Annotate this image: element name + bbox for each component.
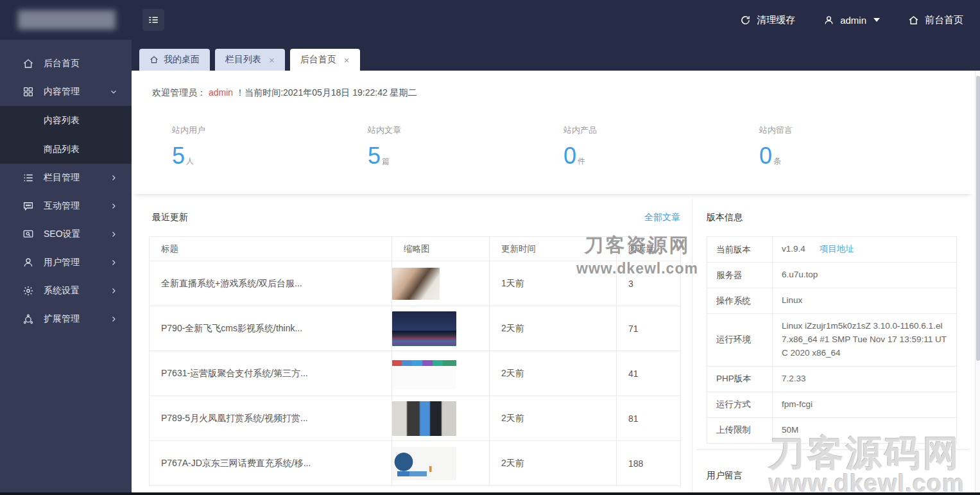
- tab-backend-home[interactable]: 后台首页 ×: [290, 49, 360, 71]
- gear-icon: [22, 285, 34, 297]
- article-title[interactable]: P7631-运营版聚合支付系统/第三方...: [150, 351, 392, 396]
- stats-card: 欢迎管理员：admin！当前时间:2021年05月18日 19:22:42 星期…: [132, 71, 975, 194]
- table-header-row: 标题 缩略图 更新时间 阅读量: [150, 237, 681, 261]
- update-time: 2天前: [490, 306, 617, 351]
- sidebar-item-settings[interactable]: 系统设置: [0, 277, 132, 305]
- table-row[interactable]: 全新直播系统+游戏系统/双后台服... 1天前 3: [150, 261, 681, 306]
- front-home-link[interactable]: 前台首页: [908, 14, 963, 26]
- column-header-views: 阅读量: [617, 237, 681, 261]
- list-icon: [22, 172, 34, 184]
- version-value: 7.2.33: [773, 366, 957, 392]
- table-row[interactable]: P7631-运营版聚合支付系统/第三方... 2天前 41: [150, 351, 681, 396]
- tabbar: 我的桌面 栏目列表 × 后台首页 ×: [132, 40, 980, 71]
- close-icon[interactable]: ×: [269, 55, 275, 65]
- chevron-right-icon: [110, 315, 117, 323]
- user-menu[interactable]: admin: [823, 15, 880, 26]
- clear-cache-button[interactable]: 清理缓存: [740, 14, 795, 26]
- sidebar-subitem-label: 内容列表: [44, 115, 80, 126]
- tab-my-desktop[interactable]: 我的桌面: [139, 49, 210, 71]
- sidebar: 后台首页 内容管理 内容列表 商品列表 栏目管理: [0, 40, 132, 492]
- version-value: Linux iZzujr1m5k0z1sZ 3.10.0-1160.6.1.el…: [773, 314, 957, 367]
- version-label: 服务器: [707, 263, 773, 288]
- stat-value: 5: [368, 143, 381, 169]
- column-header-time: 更新时间: [490, 237, 617, 261]
- welcome-datetime: ！当前时间:2021年05月18日 19:22:42 星期二: [236, 87, 417, 98]
- sidebar-item-label: 内容管理: [44, 86, 80, 98]
- sidebar-item-users[interactable]: 用户管理: [0, 248, 132, 277]
- version-label: 上传限制: [707, 417, 773, 443]
- column-header-title: 标题: [150, 237, 392, 261]
- version-value: fpm-fcgi: [773, 392, 957, 417]
- version-value: 50M: [773, 417, 957, 443]
- welcome-message: 欢迎管理员：admin！当前时间:2021年05月18日 19:22:42 星期…: [152, 87, 417, 99]
- sidebar-item-dashboard[interactable]: 后台首页: [0, 49, 132, 78]
- sidebar-submenu-content: 内容列表 商品列表: [0, 106, 132, 164]
- stat-value: 0: [563, 143, 576, 169]
- tab-label: 后台首页: [300, 54, 336, 65]
- stat-unit: 篇: [382, 157, 390, 166]
- sidebar-subitem-content-list[interactable]: 内容列表: [0, 106, 132, 135]
- tab-label: 栏目列表: [225, 54, 261, 65]
- project-address-link[interactable]: 项目地址: [820, 244, 854, 254]
- person-icon: [22, 257, 34, 268]
- version-info-title: 版本信息: [707, 212, 743, 223]
- stat-label: 站内产品: [563, 125, 743, 136]
- stat-label: 站内留言: [759, 125, 939, 136]
- stat-site-users: 站内用户 5人: [172, 125, 352, 169]
- version-label: 操作系统: [707, 288, 773, 314]
- sidebar-item-label: 用户管理: [44, 257, 80, 268]
- version-label: PHP版本: [707, 366, 773, 392]
- chevron-right-icon: [110, 230, 117, 238]
- update-time: 2天前: [490, 441, 617, 486]
- chevron-right-icon: [110, 174, 117, 182]
- update-time: 1天前: [490, 261, 617, 306]
- sidebar-item-seo[interactable]: SEO设置: [0, 220, 132, 248]
- sidebar-item-label: 后台首页: [44, 58, 80, 69]
- sidebar-subitem-product-list[interactable]: 商品列表: [0, 135, 132, 164]
- version-row: 上传限制 50M: [707, 417, 957, 443]
- menu-toggle-button[interactable]: [142, 9, 164, 31]
- version-info-table: 当前版本 v1.9.4项目地址 服务器 6.u7u.top 操作系统 Linux…: [707, 236, 957, 444]
- stat-unit: 人: [186, 157, 194, 166]
- thumbnail-image: [392, 401, 456, 436]
- tab-column-list[interactable]: 栏目列表 ×: [215, 49, 285, 71]
- all-articles-link[interactable]: 全部文章: [149, 212, 680, 223]
- sidebar-item-label: 栏目管理: [44, 172, 80, 184]
- sidebar-item-label: 扩展管理: [44, 313, 80, 325]
- scrollbar-thumb[interactable]: [976, 76, 980, 361]
- scrollbar-track[interactable]: [975, 71, 980, 492]
- collapse-menu-icon: [148, 14, 159, 26]
- article-title[interactable]: P790-全新飞飞cms影视系统/think...: [150, 306, 392, 351]
- panel-divider: [692, 199, 692, 492]
- user-messages-title: 用户留言: [707, 470, 743, 482]
- version-label: 当前版本: [707, 237, 773, 263]
- view-count: 41: [617, 351, 681, 396]
- sidebar-item-extensions[interactable]: 扩展管理: [0, 305, 132, 333]
- article-title[interactable]: 全新直播系统+游戏系统/双后台服...: [150, 261, 392, 306]
- front-home-label: 前台首页: [925, 14, 963, 26]
- sidebar-item-label: 互动管理: [44, 200, 80, 212]
- version-row: 运行方式 fpm-fcgi: [707, 392, 957, 417]
- stat-unit: 条: [773, 157, 781, 166]
- article-title[interactable]: P789-5月火凤凰打赏系统/视频打赏...: [150, 396, 392, 441]
- sidebar-item-label: SEO设置: [44, 229, 81, 240]
- stat-site-messages: 站内留言 0条: [759, 125, 939, 169]
- main-content: 欢迎管理员：admin！当前时间:2021年05月18日 19:22:42 星期…: [132, 71, 975, 492]
- article-title[interactable]: P767A-JD京东三网话费直充系统/移...: [150, 441, 392, 486]
- stat-unit: 件: [578, 157, 585, 166]
- table-row[interactable]: P789-5月火凤凰打赏系统/视频打赏... 2天前 81: [150, 396, 681, 441]
- username-label: admin: [840, 15, 866, 26]
- version-value: Linux: [773, 288, 957, 314]
- stat-label: 站内文章: [368, 125, 547, 136]
- clear-cache-label: 清理缓存: [757, 14, 795, 26]
- welcome-prefix: 欢迎管理员：: [152, 87, 206, 98]
- sidebar-item-columns[interactable]: 栏目管理: [0, 164, 132, 192]
- sidebar-item-content[interactable]: 内容管理: [0, 78, 132, 106]
- chat-icon: [22, 200, 34, 212]
- close-icon[interactable]: ×: [344, 55, 350, 65]
- table-row[interactable]: P790-全新飞飞cms影视系统/think... 2天前 71: [150, 306, 681, 351]
- app-logo: [18, 10, 116, 30]
- caret-down-icon: [873, 18, 880, 22]
- table-row[interactable]: P767A-JD京东三网话费直充系统/移... 2天前 188: [150, 441, 681, 486]
- sidebar-item-interaction[interactable]: 互动管理: [0, 192, 132, 220]
